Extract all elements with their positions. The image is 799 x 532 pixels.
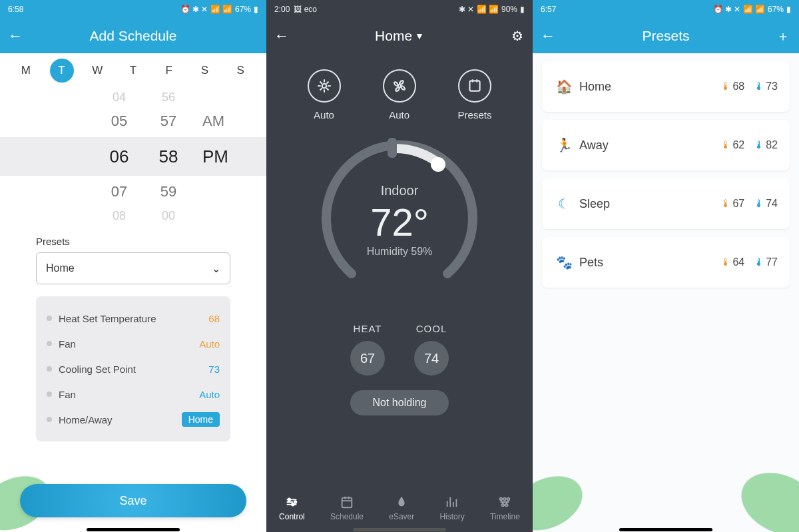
preset-select[interactable]: Home ⌄	[36, 252, 230, 284]
preset-card-sleep[interactable]: ☾Sleep🌡 67🌡 74	[542, 178, 790, 229]
status-bar: 2:00 🖼 eco ✱ ✕ 📶 📶90%▮	[266, 0, 533, 19]
preset-low: 🌡 64	[720, 256, 744, 268]
wheel-row[interactable]: 0658PM	[0, 137, 266, 176]
title-bar: ← Add Schedule	[0, 19, 266, 53]
presets-screen: 6:57 ⏰ ✱ ✕ 📶 📶67%▮ ← Presets ＋ 🏠Home🌡 68…	[533, 0, 799, 532]
caret-down-icon: ▼	[415, 31, 424, 41]
temperature-dial[interactable]: Indoor 72° Humidity 59%	[313, 134, 486, 307]
preset-name: Pets	[579, 256, 720, 270]
wheel-row[interactable]: 0759	[0, 176, 266, 208]
save-button[interactable]: Save	[20, 484, 246, 517]
day-4[interactable]: F	[157, 59, 181, 83]
setting-row[interactable]: Cooling Set Point73	[47, 356, 220, 382]
setting-row[interactable]: FanAuto	[47, 382, 220, 407]
fan-auto-icon[interactable]: Auto	[383, 69, 416, 121]
back-icon[interactable]: ←	[274, 27, 289, 45]
add-schedule-screen: 6:58 ⏰ ✱ ✕ 📶 📶67%▮ ← Add Schedule MTWTFS…	[0, 0, 266, 532]
gear-icon[interactable]: ⚙	[511, 28, 523, 44]
humidity: Humidity 59%	[367, 246, 433, 258]
status-bar: 6:58 ⏰ ✱ ✕ 📶 📶67%▮	[0, 0, 266, 19]
heat-value[interactable]: 67	[350, 341, 385, 376]
day-0[interactable]: M	[14, 59, 38, 83]
gesture-bar	[353, 528, 446, 531]
chevron-down-icon: ⌄	[212, 262, 220, 275]
wheel-row[interactable]: 0557AM	[0, 105, 266, 137]
svg-point-10	[504, 498, 507, 501]
time-wheel[interactable]: 04560557AM0658PM07590800	[0, 87, 266, 226]
pets-icon: 🐾	[554, 254, 574, 270]
leaf-decoration	[533, 436, 612, 532]
preset-low: 🌡 67	[720, 198, 744, 210]
preset-name: Sleep	[579, 197, 720, 211]
wheel-row[interactable]: 0456	[0, 89, 266, 105]
tab-schedule[interactable]: Schedule	[330, 495, 364, 521]
preset-high: 🌡 77	[754, 256, 778, 268]
away-icon: 🏃	[554, 137, 574, 153]
add-icon[interactable]: ＋	[776, 27, 790, 45]
status-time: 6:58	[8, 5, 23, 14]
presets-label: Presets	[0, 226, 266, 252]
heat-cool-row: HEAT 67 COOL 74	[266, 323, 533, 376]
mode-auto-icon[interactable]: Auto	[308, 69, 341, 121]
home-icon: 🏠	[554, 79, 574, 95]
preset-settings-card: Heat Set Temperature68FanAutoCooling Set…	[36, 296, 230, 441]
tab-esaver[interactable]: eSaver	[389, 495, 414, 521]
status-time: 6:57	[541, 5, 556, 14]
setting-row[interactable]: Heat Set Temperature68	[47, 306, 220, 331]
title-bar: ← Presets ＋	[533, 19, 799, 53]
setting-row[interactable]: FanAuto	[47, 331, 220, 356]
day-1[interactable]: T	[50, 59, 74, 83]
setting-row[interactable]: Home/AwayHome	[47, 407, 220, 432]
back-icon[interactable]: ←	[541, 27, 555, 45]
gesture-bar	[619, 528, 712, 531]
preset-low: 🌡 68	[720, 81, 744, 93]
gesture-bar	[87, 528, 180, 531]
svg-point-12	[502, 504, 505, 507]
sleep-icon: ☾	[554, 196, 574, 212]
indoor-label: Indoor	[381, 183, 419, 198]
status-time: 2:00 🖼 eco	[274, 5, 317, 14]
location-dropdown[interactable]: Home ▼	[266, 28, 533, 44]
svg-rect-8	[342, 498, 352, 508]
day-picker: MTWTFSS	[0, 53, 266, 87]
back-icon[interactable]: ←	[8, 27, 23, 45]
tab-timeline[interactable]: Timeline	[490, 495, 520, 521]
hold-button[interactable]: Not holding	[350, 390, 449, 415]
svg-point-0	[322, 84, 326, 89]
svg-point-5	[294, 501, 297, 503]
svg-point-7	[292, 503, 294, 506]
heat-label: HEAT	[354, 323, 382, 334]
svg-point-6	[288, 499, 291, 501]
control-screen: 2:00 🖼 eco ✱ ✕ 📶 📶90%▮ ← Home ▼ ⚙ AutoAu…	[266, 0, 533, 532]
bottom-tab-bar: ControlScheduleeSaverHistoryTimeline	[266, 488, 533, 532]
wheel-row[interactable]: 0800	[0, 208, 266, 224]
page-title: Add Schedule	[0, 28, 266, 44]
day-6[interactable]: S	[228, 59, 252, 83]
preset-low: 🌡 62	[720, 139, 744, 151]
tab-history[interactable]: History	[439, 495, 464, 521]
preset-high: 🌡 74	[754, 198, 778, 210]
preset-card-home[interactable]: 🏠Home🌡 68🌡 73	[542, 61, 790, 112]
tab-control[interactable]: Control	[279, 495, 305, 521]
presets-icon[interactable]: Presets	[458, 69, 492, 121]
preset-high: 🌡 73	[754, 81, 778, 93]
status-right: ✱ ✕ 📶 📶90%▮	[459, 5, 525, 14]
leaf-decoration	[706, 433, 799, 532]
preset-selected: Home	[46, 262, 75, 274]
preset-card-away[interactable]: 🏃Away🌡 62🌡 82	[542, 120, 790, 170]
cool-label: COOL	[416, 323, 447, 334]
cool-value[interactable]: 74	[414, 341, 449, 376]
preset-name: Home	[579, 80, 720, 94]
day-2[interactable]: W	[85, 59, 109, 83]
svg-rect-2	[469, 81, 479, 91]
preset-high: 🌡 82	[754, 139, 778, 151]
status-bar: 6:57 ⏰ ✱ ✕ 📶 📶67%▮	[533, 0, 799, 19]
svg-point-11	[507, 498, 510, 501]
status-right: ⏰ ✱ ✕ 📶 📶67%▮	[713, 5, 791, 14]
page-title: Presets	[533, 28, 799, 44]
title-bar: ← Home ▼ ⚙	[266, 19, 533, 53]
svg-point-13	[505, 504, 508, 507]
day-3[interactable]: T	[121, 59, 145, 83]
preset-card-pets[interactable]: 🐾Pets🌡 64🌡 77	[542, 237, 790, 288]
day-5[interactable]: S	[192, 59, 216, 83]
